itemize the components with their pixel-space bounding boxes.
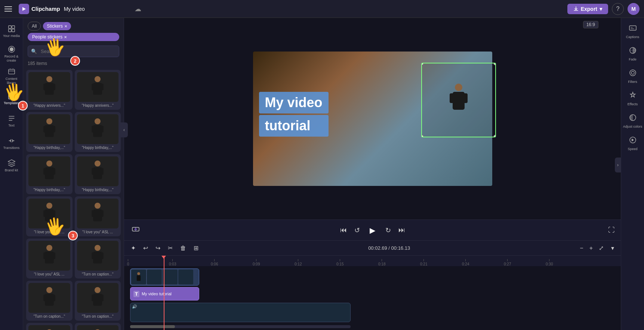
- svg-rect-32: [92, 168, 95, 175]
- ruler-mark-18: 0:18: [378, 259, 385, 266]
- sidebar-item-transitions-label: Transitions: [3, 146, 20, 150]
- play-pause-button[interactable]: ▶: [366, 224, 379, 237]
- sticker-item[interactable]: "Turn on caption...": [75, 281, 121, 321]
- sticker-item[interactable]: "Happy birthday,...": [26, 112, 73, 152]
- effects-label: Effects: [628, 102, 638, 106]
- sticker-thumb: [77, 199, 119, 228]
- add-to-timeline-button[interactable]: [130, 224, 141, 237]
- sticker-item[interactable]: "Happy annivers...": [26, 70, 73, 110]
- sidebar-item-your-media[interactable]: Your media: [1, 21, 22, 42]
- svg-rect-48: [92, 252, 95, 259]
- ruler-mark-24: 0:24: [462, 259, 469, 266]
- right-item-adjust-colors[interactable]: Adjust colors: [622, 110, 643, 131]
- skip-to-start-button[interactable]: ⏮: [339, 225, 348, 236]
- playback-bar: ⏮ ↺ ▶ ↻ ⏭ ⛶: [124, 220, 621, 240]
- text-clip[interactable]: T My video tutorial: [130, 287, 199, 301]
- sidebar-item-brand-kit[interactable]: Brand kit: [1, 155, 22, 176]
- timeline-cut-button[interactable]: ✂: [166, 243, 175, 253]
- ruler-mark-21: 0:21: [420, 259, 427, 266]
- timeline-add-button[interactable]: ✦: [129, 243, 138, 253]
- panel-collapse-button[interactable]: ‹: [120, 122, 128, 137]
- right-item-filters[interactable]: Filters: [622, 66, 643, 87]
- filter-all[interactable]: All: [28, 22, 41, 31]
- svg-rect-29: [52, 168, 55, 175]
- sticker-item[interactable]: "I love you" ASL ...: [75, 196, 121, 236]
- sticker-clip[interactable]: [130, 268, 199, 286]
- text-overlay[interactable]: My video tutorial: [259, 92, 329, 137]
- sticker-item[interactable]: "Happy birthday,...": [26, 154, 73, 194]
- timeline-collapse-button[interactable]: ▾: [609, 243, 616, 253]
- rewind-5s-button[interactable]: ↺: [353, 225, 361, 236]
- svg-rect-37: [52, 210, 55, 217]
- filter-stickers[interactable]: Stickers ✕: [43, 22, 71, 30]
- svg-rect-33: [100, 168, 104, 175]
- svg-rect-53: [52, 295, 55, 301]
- zoom-fit-button[interactable]: ⤢: [597, 243, 606, 253]
- ruler-mark-15: 0:15: [336, 259, 343, 266]
- timeline-undo-button[interactable]: ↩: [141, 243, 150, 253]
- zoom-out-button[interactable]: −: [577, 243, 585, 253]
- forward-5s-button[interactable]: ↻: [384, 225, 392, 236]
- sidebar-item-text-label: Text: [8, 124, 15, 128]
- video-title-input[interactable]: [64, 6, 129, 12]
- left-panel-wrapper: All Stickers ✕ People stickers ✕ 🔍 185 i…: [23, 18, 124, 330]
- svg-rect-36: [43, 210, 47, 217]
- logo-icon: [19, 4, 29, 14]
- right-item-captions[interactable]: Captions: [622, 21, 643, 42]
- svg-rect-24: [92, 126, 95, 133]
- svg-rect-52: [43, 295, 47, 301]
- export-button[interactable]: Export ▾: [567, 4, 608, 14]
- search-input[interactable]: [39, 46, 116, 57]
- sidebar-item-record-create[interactable]: Record & create: [1, 43, 22, 64]
- sidebar-item-content-library[interactable]: Content library: [1, 66, 22, 87]
- text-box-line2[interactable]: tutorial: [259, 115, 329, 137]
- svg-point-14: [95, 76, 101, 82]
- sticker-item[interactable]: "I love you" ASL ...: [26, 239, 73, 278]
- sticker-item[interactable]: "Happy birthday,...": [75, 112, 121, 152]
- sticker-item[interactable]: "I love you" ASL ...: [26, 196, 73, 236]
- svg-rect-41: [100, 210, 104, 217]
- sticker-thumb: [77, 114, 119, 144]
- right-item-fade[interactable]: Fade: [622, 43, 643, 64]
- timeline-tracks: T My video tutorial 🔊: [124, 266, 621, 330]
- timeline-scrollbar[interactable]: [130, 325, 351, 328]
- right-item-effects[interactable]: Effects: [622, 88, 643, 109]
- timeline-redo-button[interactable]: ↪: [153, 243, 163, 253]
- svg-rect-57: [100, 295, 104, 301]
- people-stickers-close[interactable]: ✕: [64, 35, 67, 39]
- timeline-more-button[interactable]: ⊞: [191, 243, 201, 253]
- text-box-line1[interactable]: My video: [259, 92, 329, 113]
- user-avatar[interactable]: M: [628, 3, 640, 15]
- svg-rect-56: [92, 295, 95, 301]
- timeline-delete-button[interactable]: 🗑: [178, 243, 188, 253]
- help-button[interactable]: ?: [612, 3, 624, 15]
- sidebar-item-text[interactable]: Text: [1, 110, 22, 131]
- sticker-item[interactable]: "Happy annivers...": [75, 70, 121, 110]
- right-item-speed[interactable]: Speed: [622, 133, 643, 154]
- skip-to-end-button[interactable]: ⏭: [397, 225, 407, 236]
- zoom-in-button[interactable]: +: [587, 243, 595, 253]
- sticker-item[interactable]: "Turn on caption...": [26, 281, 73, 321]
- aspect-ratio-badge[interactable]: 16:9: [583, 21, 598, 28]
- sidebar-item-templates[interactable]: Templates: [1, 88, 22, 109]
- right-panel-collapse-button[interactable]: ›: [615, 158, 621, 172]
- sidebar-item-transitions[interactable]: Transitions: [1, 133, 22, 154]
- hamburger-button[interactable]: [4, 4, 15, 14]
- fullscreen-button[interactable]: ⛶: [608, 226, 615, 234]
- right-sidebar: Captions Fade Filters Effects Adjust col…: [621, 18, 644, 330]
- sticker-thumb: [77, 72, 119, 102]
- sticker-item[interactable]: "Welcome" ASL ...: [26, 323, 73, 330]
- handle-bottom-right[interactable]: [493, 135, 496, 137]
- sticker-overlay[interactable]: ⊡ ⧉ ···: [421, 63, 496, 137]
- people-stickers-chip[interactable]: People stickers ✕: [28, 33, 119, 41]
- sticker-item[interactable]: "Turn on caption...": [75, 239, 121, 278]
- main-video-clip[interactable]: 🔊: [130, 303, 351, 322]
- svg-rect-12: [43, 84, 47, 90]
- sticker-item[interactable]: "Welcome" ASL ...: [75, 323, 121, 330]
- svg-rect-85: [462, 93, 468, 103]
- timeline-body[interactable]: 0 0:03 0:06 0:09 0:12 0:15 0:18 0:21 0:2…: [124, 256, 621, 330]
- filter-stickers-close[interactable]: ✕: [64, 24, 67, 28]
- sidebar-item-your-media-label: Your media: [3, 34, 20, 38]
- handle-bottom-left[interactable]: [421, 135, 424, 137]
- sticker-item[interactable]: "Happy birthday,...": [75, 154, 121, 194]
